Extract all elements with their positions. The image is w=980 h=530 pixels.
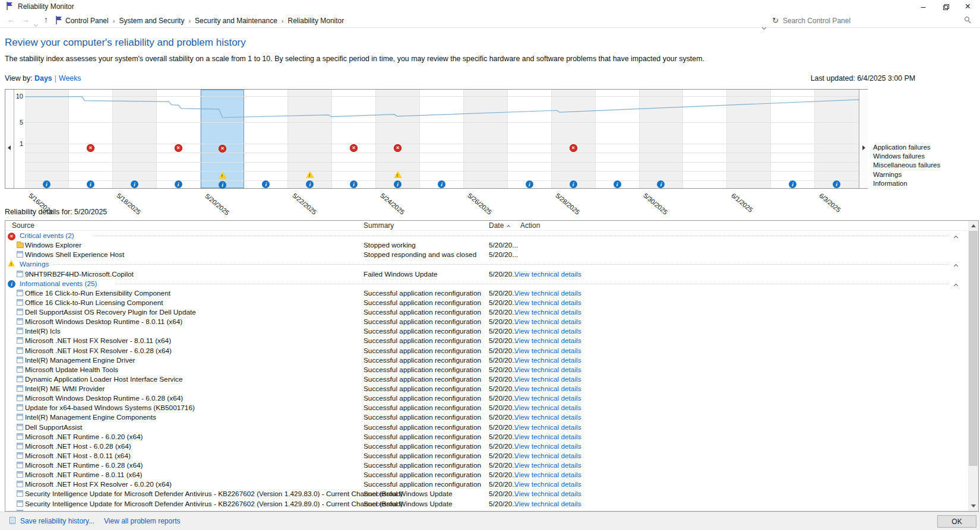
- breadcrumb-item[interactable]: Security and Maintenance: [195, 17, 277, 25]
- event-row[interactable]: Intel(R) Management Engine Components Su…: [5, 412, 969, 422]
- view-technical-details-link[interactable]: View technical details: [514, 461, 581, 469]
- view-technical-details-link[interactable]: View technical details: [514, 433, 581, 441]
- view-technical-details-link[interactable]: View technical details: [514, 327, 581, 335]
- event-row[interactable]: Security Intelligence Update for Microso…: [5, 489, 969, 499]
- back-button[interactable]: ←: [7, 15, 15, 24]
- view-technical-details-link[interactable]: View technical details: [514, 413, 581, 421]
- event-row[interactable]: Windows Explorer Stopped working 5/20/20…: [5, 240, 969, 250]
- chart-scroll-left-strip[interactable]: [5, 90, 14, 188]
- event-row[interactable]: Microsoft .NET Runtime - 8.0.11 (x64) Su…: [5, 470, 969, 480]
- view-technical-details-link[interactable]: View technical details: [514, 308, 581, 316]
- chart-scroll-right-icon[interactable]: [862, 145, 865, 150]
- chart-day-column[interactable]: × ! i: [69, 90, 113, 188]
- save-reliability-history-link[interactable]: Save reliability history...: [20, 517, 94, 525]
- column-header-date[interactable]: Date: [489, 221, 504, 230]
- refresh-icon[interactable]: ↻: [772, 16, 779, 25]
- event-row[interactable]: Dynamic Application Loader Host Interfac…: [5, 375, 969, 384]
- search-input[interactable]: [783, 14, 955, 27]
- scroll-up-icon[interactable]: [971, 224, 976, 227]
- view-technical-details-link[interactable]: View technical details: [514, 318, 581, 326]
- close-button[interactable]: ×: [954, 0, 980, 14]
- view-technical-details-link[interactable]: View technical details: [514, 347, 581, 355]
- view-by-days-link[interactable]: Days: [34, 74, 52, 82]
- event-row[interactable]: Update for x64-based Windows Systems (KB…: [5, 403, 969, 412]
- column-header-action[interactable]: Action: [520, 221, 540, 230]
- chart-day-column[interactable]: × ! i: [508, 90, 552, 188]
- chart-day-column[interactable]: × ! i: [596, 90, 640, 188]
- address-dropdown-chevron-icon[interactable]: [763, 21, 766, 31]
- chart-day-column[interactable]: × ! i 6/1/2025: [727, 90, 771, 188]
- view-technical-details-link[interactable]: View technical details: [514, 452, 581, 460]
- chart-day-column[interactable]: × ! i 5/20/2025: [201, 90, 245, 188]
- chart-day-column[interactable]: × ! i: [771, 90, 815, 188]
- chart-day-column[interactable]: × ! i: [332, 90, 376, 188]
- view-technical-details-link[interactable]: View technical details: [514, 394, 581, 402]
- chart-day-column[interactable]: × ! i 5/30/2025: [640, 90, 684, 188]
- search-icon[interactable]: [965, 17, 969, 21]
- event-row[interactable]: Office 16 Click-to-Run Extensibility Com…: [5, 288, 969, 298]
- chart-day-column[interactable]: × ! i 5/26/2025: [464, 90, 508, 188]
- chart-day-column[interactable]: × ! i: [244, 90, 288, 188]
- event-row[interactable]: Microsoft .NET Host FX Resolver - 8.0.11…: [5, 336, 969, 345]
- scroll-down-icon[interactable]: [971, 504, 976, 507]
- chart-day-column[interactable]: × ! i: [683, 90, 727, 188]
- chart-scroll-right-strip[interactable]: [859, 90, 868, 188]
- event-row[interactable]: Intel(R) Management Engine Driver Succes…: [5, 356, 969, 365]
- ok-button[interactable]: OK: [937, 515, 976, 528]
- view-technical-details-link[interactable]: View technical details: [514, 337, 581, 345]
- collapse-chevron-icon[interactable]: [954, 261, 957, 269]
- chart-day-column[interactable]: × ! i 6/3/2025: [815, 90, 859, 188]
- breadcrumb-item[interactable]: Reliability Monitor: [288, 17, 344, 25]
- view-technical-details-link[interactable]: View technical details: [514, 356, 581, 364]
- chart-day-column[interactable]: × ! i 5/28/2025: [552, 90, 596, 188]
- event-row[interactable]: Dell SupportAssist OS Recovery Plugin fo…: [5, 307, 969, 317]
- event-row[interactable]: Intel(R) Icls Successful application rec…: [5, 326, 969, 336]
- recent-pages-chevron-icon[interactable]: [34, 18, 37, 28]
- event-row[interactable]: Microsoft Update Health Tools Successful…: [5, 365, 969, 375]
- scrollbar-thumb[interactable]: [969, 231, 978, 466]
- chart-day-column[interactable]: × ! i 5/18/2025: [113, 90, 157, 188]
- event-row[interactable]: Microsoft .NET Host FX Resolver - 6.0.20…: [5, 480, 969, 489]
- view-technical-details-link[interactable]: View technical details: [514, 289, 581, 297]
- view-technical-details-link[interactable]: View technical details: [514, 375, 581, 383]
- up-button[interactable]: ↑: [44, 15, 48, 24]
- chart-day-column[interactable]: × ! i 5/24/2025: [376, 90, 420, 188]
- vertical-scrollbar[interactable]: [968, 221, 978, 511]
- view-technical-details-link[interactable]: View technical details: [514, 423, 581, 431]
- event-group-row[interactable]: × Critical events (2): [5, 231, 969, 240]
- view-technical-details-link[interactable]: View technical details: [514, 480, 581, 488]
- collapse-chevron-icon[interactable]: [954, 281, 957, 289]
- event-row[interactable]: Dell SupportAssist Successful applicatio…: [5, 423, 969, 432]
- breadcrumb-item[interactable]: Control Panel: [65, 17, 109, 25]
- breadcrumb-item[interactable]: System and Security: [119, 17, 184, 25]
- view-by-weeks-link[interactable]: Weeks: [59, 74, 81, 82]
- event-group-row[interactable]: ! Warnings: [5, 259, 969, 269]
- event-row[interactable]: Microsoft Windows Desktop Runtime - 6.0.…: [5, 393, 969, 403]
- column-header-summary[interactable]: Summary: [363, 221, 394, 230]
- event-row[interactable]: Microsoft .NET Runtime - 6.0.28 (x64) Su…: [5, 461, 969, 470]
- view-technical-details-link[interactable]: View technical details: [514, 442, 581, 450]
- view-technical-details-link[interactable]: View technical details: [514, 366, 581, 374]
- event-row[interactable]: 9NHT9RB2F4HD-Microsoft.Copilot Failed Wi…: [5, 269, 969, 279]
- event-group-row[interactable]: i Informational events (25): [5, 279, 969, 288]
- event-row[interactable]: Office 16 Click-to-Run Licensing Compone…: [5, 298, 969, 307]
- event-row[interactable]: Security Intelligence Update for Microso…: [5, 499, 969, 509]
- event-row[interactable]: Intel(R) ME WMI Provider Successful appl…: [5, 384, 969, 393]
- view-technical-details-link[interactable]: View technical details: [514, 385, 581, 393]
- event-row[interactable]: Microsoft .NET Runtime - 6.0.20 (x64) Su…: [5, 432, 969, 442]
- event-row[interactable]: Windows Shell Experience Host Stopped re…: [5, 250, 969, 259]
- event-row[interactable]: Microsoft .NET Host - 8.0.11 (x64) Succe…: [5, 451, 969, 461]
- view-technical-details-link[interactable]: View technical details: [514, 471, 581, 479]
- forward-button[interactable]: →: [21, 15, 30, 24]
- view-technical-details-link[interactable]: View technical details: [514, 404, 581, 412]
- chart-day-column[interactable]: × ! i: [420, 90, 464, 188]
- column-header-source[interactable]: Source: [12, 221, 34, 230]
- chart-day-column[interactable]: × ! i: [157, 90, 201, 188]
- view-all-problem-reports-link[interactable]: View all problem reports: [104, 517, 181, 525]
- chart-scroll-left-icon[interactable]: [8, 145, 11, 150]
- view-technical-details-link[interactable]: View technical details: [514, 500, 581, 508]
- event-row[interactable]: Microsoft .NET Host - 6.0.28 (x64) Succe…: [5, 442, 969, 451]
- collapse-chevron-icon[interactable]: [954, 233, 957, 241]
- event-row[interactable]: Microsoft Windows Desktop Runtime - 8.0.…: [5, 317, 969, 326]
- view-technical-details-link[interactable]: View technical details: [514, 490, 581, 498]
